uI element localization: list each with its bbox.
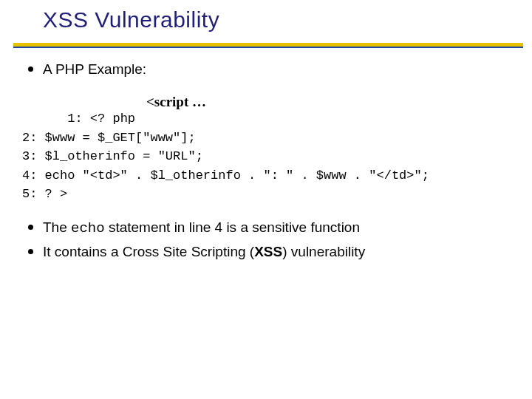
list-item: It contains a Cross Site Scripting (XSS)…	[22, 242, 510, 263]
bullet-text-post: statement in line 4 is a sensitive funct…	[105, 219, 360, 235]
page-title: XSS Vulnerability	[43, 7, 219, 33]
code-line: 5: ? >	[22, 187, 67, 201]
list-item: A PHP Example:	[22, 59, 510, 81]
bullet-code: echo	[71, 220, 105, 236]
list-item: The echo statement in line 4 is a sensit…	[22, 217, 510, 239]
bullet-text-pre: The	[43, 219, 71, 235]
bullet-text: A PHP Example:	[43, 61, 146, 77]
code-line: 3: $l_otherinfo = "URL";	[22, 149, 203, 163]
code-block: <script …1: <? php 2: $www = $_GET["www"…	[22, 91, 510, 204]
code-line: 4: echo "<td>" . $l_otherinfo . ": " . $…	[22, 168, 429, 183]
content-area: A PHP Example: <script …1: <? php 2: $ww…	[22, 59, 510, 266]
bottom-bullet-list: The echo statement in line 4 is a sensit…	[22, 217, 510, 263]
slide: XSS Vulnerability A PHP Example: <script…	[0, 0, 532, 399]
divider-blue	[13, 47, 523, 48]
bullet-text-pre: It contains a Cross Site Scripting (	[43, 244, 254, 259]
bullet-bold: XSS	[254, 244, 282, 259]
code-line: 1: <? php	[67, 112, 135, 126]
script-annotation: <script …	[146, 92, 206, 113]
code-line: 2: $www = $_GET["www"];	[22, 131, 196, 145]
bullet-text-post: ) vulnerability	[282, 244, 365, 259]
top-bullet-list: A PHP Example:	[22, 59, 510, 81]
